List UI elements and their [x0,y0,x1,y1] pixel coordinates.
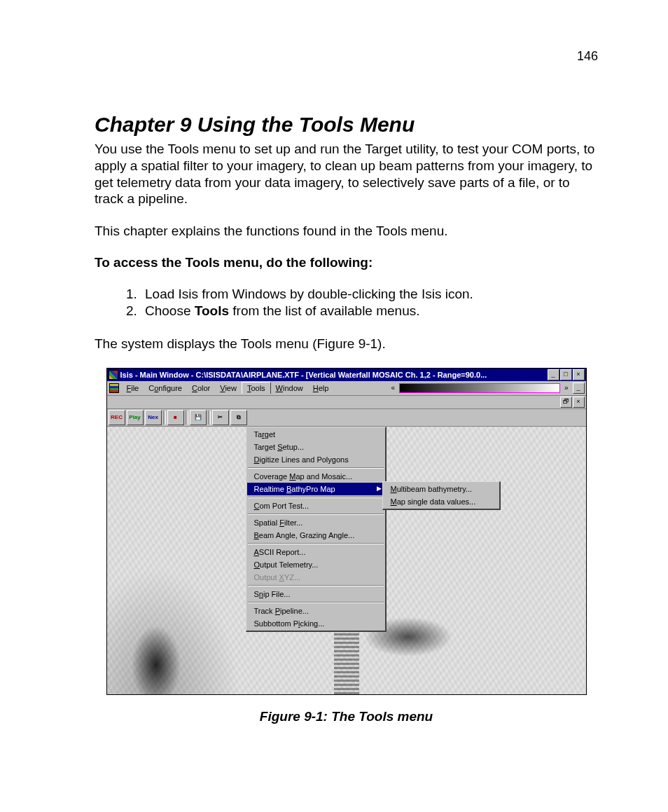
menuitem-digitize[interactable]: Digitize Lines and Polygons [247,453,384,466]
menu-separator [248,514,384,515]
intro-paragraph-2: This chapter explains the functions foun… [95,223,598,240]
next-button[interactable]: Nex [145,410,162,425]
menuitem-map-single-values[interactable]: Map single data values... [384,495,499,508]
menuitem-spatial-filter[interactable]: Spatial Filter... [247,516,384,529]
maximize-button[interactable]: □ [560,369,572,380]
color-gradient-strip[interactable] [399,383,560,393]
save-button[interactable]: 💾 [190,410,207,425]
menu-view[interactable]: View [215,383,242,394]
display-paragraph: The system displays the Tools menu (Figu… [95,336,598,352]
close-button[interactable]: × [573,369,585,380]
menu-tools[interactable]: Tools [242,382,271,394]
menuitem-beam-angle[interactable]: Beam Angle, Grazing Angle... [247,529,384,542]
menubar: File Configure Color View Tools Window H… [107,381,586,396]
menuitem-target-setup[interactable]: Target Setup... [247,441,384,453]
menuitem-ascii-report[interactable]: ASCII Report... [247,546,384,558]
step-2-bold: Tools [195,303,229,318]
mdi-window-controls: 🗗 × [107,396,586,409]
menuitem-multibeam-bathymetry[interactable]: Multibeam bathymetry... [384,483,499,495]
submenu-arrow-icon: ▶ [377,485,382,492]
toolbar: REC Play Nex ■ 💾 ✂ ⧉ [107,409,586,427]
menu-color[interactable]: Color [187,383,215,394]
menuitem-track-pipeline[interactable]: Track Pipeline... [247,605,384,617]
intro-paragraph-1: You use the Tools menu to set up and run… [95,141,598,207]
menuitem-snip-file[interactable]: Snip File... [247,588,384,600]
menuitem-output-xyz: Output XYZ... [247,571,384,584]
menuitem-subbottom-picking[interactable]: Subbottom Picking... [247,617,384,630]
steps-list: Load Isis from Windows by double-clickin… [95,286,598,320]
step-2-pre: Choose [145,303,195,318]
waterfall-display[interactable]: Target Target Setup... Digitize Lines an… [107,427,586,694]
window-title: Isis - Main Window - C:\ISISDATA\AIRPLAN… [120,371,548,379]
gradient-lock-button[interactable]: _ [573,383,585,394]
menu-file[interactable]: File [122,383,144,394]
step-2: Choose Tools from the list of available … [141,303,598,320]
app-icon[interactable] [109,370,118,380]
toolbar-divider [163,411,166,425]
step-2-post: from the list of available menus. [229,303,419,318]
stop-button[interactable]: ■ [167,410,184,425]
screenshot-window: Isis - Main Window - C:\ISISDATA\AIRPLAN… [106,368,587,695]
step-1: Load Isis from Windows by double-clickin… [141,286,598,303]
menu-separator [248,467,384,469]
access-heading: To access the Tools menu, do the followi… [95,255,598,270]
menuitem-output-telemetry[interactable]: Output Telemetry... [247,558,384,571]
page-number: 146 [95,49,598,64]
menuitem-realtime-bathypro[interactable]: Realtime BathyPro Map ▶ [247,483,384,495]
toolbar-divider [186,411,188,425]
chapter-title: Chapter 9 Using the Tools Menu [95,113,598,137]
tools-dropdown: Target Target Setup... Digitize Lines an… [246,427,387,632]
play-button[interactable]: Play [127,410,144,425]
menuitem-com-port-test[interactable]: Com Port Test... [247,500,384,512]
mdi-restore-button[interactable]: 🗗 [560,397,572,408]
menu-window[interactable]: Window [271,383,308,394]
menuitem-target[interactable]: Target [247,428,384,441]
cut-button[interactable]: ✂ [212,410,229,425]
figure-caption: Figure 9-1: The Tools menu [95,709,598,724]
menu-configure[interactable]: Configure [144,383,187,394]
menu-separator [248,497,384,498]
menu-separator [248,602,384,603]
mdi-close-button[interactable]: × [573,397,585,408]
palette-icon[interactable] [109,383,119,393]
copy-button[interactable]: ⧉ [230,410,247,425]
titlebar[interactable]: Isis - Main Window - C:\ISISDATA\AIRPLAN… [107,369,586,381]
chev-left-icon[interactable]: « [389,384,397,392]
toolbar-divider [208,411,211,425]
record-button[interactable]: REC [109,410,125,425]
menu-separator [248,543,384,544]
window-controls: _ □ × [548,369,586,380]
minimize-button[interactable]: _ [548,369,559,380]
chev-right-icon[interactable]: » [562,384,571,392]
page: 146 Chapter 9 Using the Tools Menu You u… [0,0,668,766]
menuitem-coverage[interactable]: Coverage Map and Mosaic... [247,470,384,483]
bathypro-submenu: Multibeam bathymetry... Map single data … [382,481,501,510]
menu-separator [248,585,384,586]
menu-help[interactable]: Help [308,383,334,394]
